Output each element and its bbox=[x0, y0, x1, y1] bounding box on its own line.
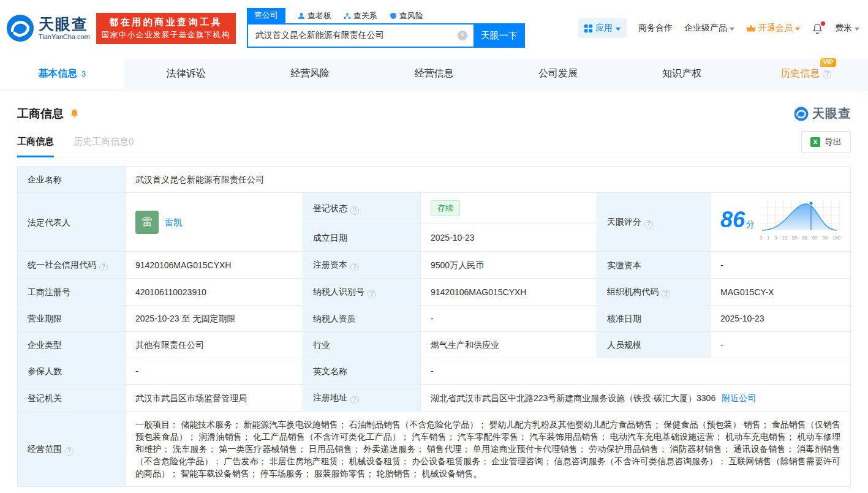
tab-company-development[interactable]: 公司发展 bbox=[496, 59, 620, 89]
label-reg-authority: 登记机关 bbox=[18, 385, 126, 412]
tab-history-info[interactable]: 历史信息 VIP bbox=[744, 59, 868, 89]
chevron-down-icon bbox=[616, 28, 621, 31]
value-company-type: 其他有限责任公司 bbox=[126, 332, 303, 358]
legal-rep-link[interactable]: 雷凯 bbox=[165, 216, 182, 228]
subtab-business-info[interactable]: 工商信息 bbox=[17, 127, 54, 157]
tab-legal-proceedings[interactable]: 法律诉讼 bbox=[124, 59, 247, 89]
label-company-name: 企业名称 bbox=[18, 167, 126, 193]
status-badge: 存续 bbox=[431, 200, 460, 216]
promo-banner-line1: 都在用的商业查询工具 bbox=[102, 17, 230, 28]
tab-count-badge: 3 bbox=[81, 70, 86, 78]
label-english-name: 英文名称 bbox=[303, 358, 421, 385]
value-reg-number: 420106110023910 bbox=[126, 279, 303, 306]
help-icon[interactable] bbox=[644, 220, 653, 228]
help-icon[interactable] bbox=[350, 206, 359, 215]
table-row: 经营范围 一般项目： 储能技术服务； 新能源汽车换电设施销售； 石油制品销售（不… bbox=[18, 412, 851, 487]
label-credit-code: 统一社会信用代码 bbox=[18, 252, 126, 279]
search-input[interactable] bbox=[247, 23, 474, 48]
label-score: 天眼评分 bbox=[597, 193, 711, 252]
label-reg-status: 登记状态 bbox=[303, 193, 421, 224]
notification-dot bbox=[821, 21, 825, 26]
link-business-cooperation[interactable]: 商务合作 bbox=[638, 23, 673, 34]
label-reg-capital: 注册资本 bbox=[303, 252, 421, 279]
tab-operation-info[interactable]: 经营信息 bbox=[372, 59, 496, 89]
link-open-vip[interactable]: 开通会员 bbox=[746, 23, 800, 34]
top-header: 天眼查 TianYanCha.com 都在用的商业查询工具 国家中小企业发展子基… bbox=[0, 0, 868, 54]
excel-icon bbox=[810, 137, 820, 147]
table-row: 工商注册号 420106110023910 纳税人识别号 91420106MAG… bbox=[18, 279, 851, 306]
value-reg-status: 存续 bbox=[421, 193, 597, 224]
help-icon[interactable] bbox=[662, 290, 670, 298]
table-row: 企业类型 其他有限责任公司 行业 燃气生产和供应业 人员规模 - bbox=[18, 332, 851, 358]
export-button[interactable]: 导出 bbox=[801, 131, 851, 153]
notifications-bell-icon[interactable] bbox=[812, 23, 823, 34]
label-industry: 行业 bbox=[303, 332, 421, 358]
label-business-scope: 经营范围 bbox=[18, 412, 126, 487]
search-button[interactable]: 天眼一下 bbox=[474, 23, 525, 48]
help-icon[interactable] bbox=[65, 447, 74, 456]
label-paid-capital: 实缴资本 bbox=[597, 252, 711, 279]
brand-watermark: 天眼查 bbox=[794, 105, 851, 122]
vip-badge: VIP bbox=[820, 58, 836, 67]
user-menu[interactable]: 费米 bbox=[835, 23, 859, 34]
score-unit: 分 bbox=[746, 219, 755, 229]
value-english-name: - bbox=[421, 358, 851, 385]
username: 费米 bbox=[835, 23, 852, 34]
value-legal-rep: 雷 雷凯 bbox=[126, 193, 303, 252]
nearby-companies-link[interactable]: 附近公司 bbox=[722, 393, 756, 403]
tab-basic-info[interactable]: 基本信息3 bbox=[0, 59, 124, 89]
value-org-code: MAG015CY-X bbox=[711, 279, 851, 306]
search-block: 查公司 查老板 查关系 查风险 天眼一下 bbox=[247, 9, 525, 48]
apps-button[interactable]: 应用 bbox=[578, 18, 627, 38]
link-enterprise-products[interactable]: 企业级产品 bbox=[684, 23, 734, 34]
subtab-history-business-info[interactable]: 历史工商信息0 bbox=[74, 127, 134, 157]
value-reg-address: 湖北省武汉市武昌区中北路223号新建商业服务设施（铁投·碳汇大厦）3306附近公… bbox=[421, 385, 851, 412]
value-taxpayer-id: 91420106MAG015CYXH bbox=[421, 279, 597, 306]
value-reg-authority: 武汉市武昌区市场监督管理局 bbox=[126, 385, 303, 412]
logo-subtitle: TianYanCha.com bbox=[39, 33, 90, 40]
help-icon[interactable] bbox=[350, 396, 359, 404]
table-row: 统一社会信用代码 91420106MAG015CYXH 注册资本 9500万人民… bbox=[18, 252, 851, 279]
label-reg-address: 注册地址 bbox=[303, 385, 421, 412]
promo-banner[interactable]: 都在用的商业查询工具 国家中小企业发展子基金旗下机构 bbox=[96, 13, 236, 44]
help-icon[interactable] bbox=[99, 263, 108, 271]
search-tab-risk[interactable]: 查风险 bbox=[390, 10, 423, 23]
tianyancha-mark-icon bbox=[794, 107, 809, 121]
tianyancha-logo[interactable]: 天眼查 TianYanCha.com bbox=[6, 14, 90, 42]
chevron-down-icon bbox=[795, 28, 800, 31]
shield-icon bbox=[390, 12, 397, 20]
label-staff-size: 人员规模 bbox=[597, 332, 711, 358]
table-row: 企业名称 武汉首义昆仑新能源有限责任公司 bbox=[18, 167, 851, 193]
label-business-term: 营业期限 bbox=[18, 306, 126, 332]
company-nav-tabs: 基本信息3 法律诉讼 经营风险 经营信息 公司发展 知识产权 历史信息 VIP bbox=[0, 59, 868, 89]
value-score: 86分 bbox=[711, 193, 851, 252]
score-axis: 0131550859799100 bbox=[760, 232, 840, 244]
logo-title: 天眼查 bbox=[39, 16, 90, 33]
table-row: 营业期限 2025-10-23 至 无固定期限 纳税人资质 - 核准日期 202… bbox=[18, 306, 851, 332]
help-icon[interactable] bbox=[350, 263, 359, 271]
label-reg-number: 工商注册号 bbox=[18, 279, 126, 306]
search-tab-relation[interactable]: 查关系 bbox=[344, 10, 377, 23]
label-taxpayer-id: 纳税人识别号 bbox=[303, 279, 421, 306]
grid-icon bbox=[584, 24, 592, 32]
value-company-name: 武汉首义昆仑新能源有限责任公司 bbox=[126, 167, 851, 193]
help-icon[interactable] bbox=[368, 290, 376, 298]
table-row: 法定代表人 雷 雷凯 登记状态 存续 天眼评分 86分 bbox=[18, 193, 851, 224]
help-icon[interactable] bbox=[823, 70, 831, 78]
search-tab-boss[interactable]: 查老板 bbox=[298, 10, 331, 23]
label-establish-date: 成立日期 bbox=[303, 224, 421, 252]
label-org-code: 组织机构代码 bbox=[597, 279, 711, 306]
label-taxpayer-quality: 纳税人资质 bbox=[303, 306, 421, 332]
header-right: 应用 商务合作 企业级产品 开通会员 费米 bbox=[578, 18, 859, 38]
tab-operation-risk[interactable]: 经营风险 bbox=[248, 59, 372, 89]
tianyancha-logo-icon bbox=[6, 14, 34, 42]
chevron-down-icon bbox=[730, 28, 734, 31]
search-tab-company[interactable]: 查公司 bbox=[247, 8, 285, 23]
tab-intellectual-property[interactable]: 知识产权 bbox=[620, 59, 744, 89]
value-approval-date: 2025-10-23 bbox=[711, 306, 851, 332]
value-credit-code: 91420106MAG015CYXH bbox=[126, 252, 303, 279]
value-business-term: 2025-10-23 至 无固定期限 bbox=[126, 306, 303, 332]
table-row: 参保人数 - 英文名称 - bbox=[18, 358, 851, 385]
subscribe-bell-icon[interactable] bbox=[69, 108, 80, 119]
clear-search-icon[interactable] bbox=[458, 31, 467, 40]
